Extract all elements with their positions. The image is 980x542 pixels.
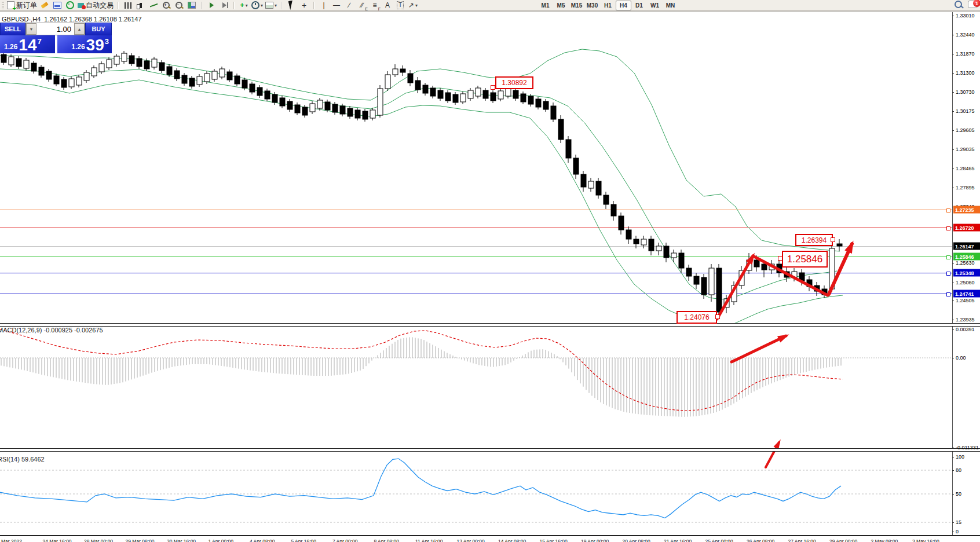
chevron-down-icon: ▼ <box>30 27 34 31</box>
annotation-anchor[interactable] <box>831 237 835 242</box>
price-axis-tick <box>952 263 954 263</box>
annotation-anchor[interactable] <box>491 85 495 90</box>
price-annotation[interactable]: 1.25846 <box>782 251 828 268</box>
panel-separator[interactable] <box>0 323 980 327</box>
price-badge: 1.25348 <box>953 269 980 277</box>
price-axis-tick <box>952 73 954 74</box>
bid-quote[interactable]: 1.26 14 7 <box>0 35 55 53</box>
line-chart-icon <box>150 2 158 8</box>
label-button[interactable]: T <box>394 1 406 10</box>
price-annotation[interactable]: 1.24076 <box>677 311 717 324</box>
time-axis-label: 25 Apr 00:00 <box>705 539 733 542</box>
time-axis-label: 27 Apr 16:00 <box>788 539 816 542</box>
price-annotation[interactable]: 1.26394 <box>795 234 833 246</box>
cursor-button[interactable] <box>286 1 297 10</box>
chevron-up-icon: ▲ <box>78 27 82 31</box>
time-axis-label: 28 Mar 00:00 <box>84 539 113 542</box>
timeframe-m5[interactable]: M5 <box>553 1 569 10</box>
rsi-axis-label: 100 <box>956 454 964 460</box>
volume-decrease-button[interactable]: ▼ <box>26 23 36 35</box>
time-axis-label: 13 Apr 00:00 <box>457 539 485 542</box>
bollinger-upper <box>0 49 840 251</box>
macd-label: MACD(12,26,9) -0.000925 -0.002675 <box>0 327 103 334</box>
candlesticks <box>1 51 842 315</box>
price-badge: 1.24741 <box>953 290 980 298</box>
price-annotation[interactable]: 1.30892 <box>495 76 533 89</box>
zoom-out-icon: − <box>175 2 182 9</box>
chart-area[interactable]: GBPUSD-,H4 1.26162 1.26368 1.26108 1.261… <box>0 12 980 542</box>
timeframe-w1[interactable]: W1 <box>647 1 663 10</box>
macd-axis-label: 0.00391 <box>956 327 975 332</box>
bar-chart-button[interactable] <box>122 1 134 10</box>
chart-shift-button[interactable] <box>218 1 230 10</box>
line-end-marker[interactable] <box>946 292 950 296</box>
annotation-anchor[interactable] <box>715 314 720 319</box>
vertical-line-button[interactable]: | <box>318 1 330 10</box>
ask-quote[interactable]: 1.26 39 3 <box>57 35 112 53</box>
trend-arrow[interactable] <box>766 440 781 467</box>
line-end-marker[interactable] <box>946 208 950 213</box>
timeframe-d1[interactable]: D1 <box>631 1 647 10</box>
text-button[interactable]: A <box>382 1 393 10</box>
zoom-in-button[interactable]: + <box>160 1 172 10</box>
indicators-button[interactable]: +▾ <box>238 1 250 10</box>
bid-pips: 14 <box>19 36 36 53</box>
chat-icon[interactable]: 1 <box>968 1 978 8</box>
templates-button[interactable]: ▾ <box>265 1 277 10</box>
price-axis-tick <box>952 320 954 320</box>
rsi-axis-tick <box>952 494 954 495</box>
autotrade-button[interactable]: 自动交易 <box>77 1 114 10</box>
line-chart-button[interactable] <box>148 1 159 10</box>
channel-button[interactable]: ∕∕E <box>356 1 368 10</box>
toolbar-separator <box>233 2 235 9</box>
sound-icon <box>66 1 74 9</box>
rsi-axis-tick <box>952 522 954 523</box>
line-end-marker[interactable] <box>946 255 950 259</box>
sell-button[interactable]: SELL <box>0 23 25 35</box>
toolbar-grip[interactable] <box>2 2 4 9</box>
timeframe-h1[interactable]: H1 <box>600 1 616 10</box>
annotation-anchor[interactable] <box>778 256 782 261</box>
new-order-button[interactable]: 新订单 <box>6 1 38 10</box>
chart-canvas[interactable] <box>0 12 980 542</box>
timeframe-m1[interactable]: M1 <box>537 1 553 10</box>
trend-arrow[interactable] <box>717 253 755 319</box>
zoom-out-button[interactable]: − <box>173 1 185 10</box>
timeframe-m30[interactable]: M30 <box>584 1 600 10</box>
sound-button[interactable] <box>64 1 76 10</box>
timeframe-mn[interactable]: MN <box>663 1 678 10</box>
line-end-marker[interactable] <box>946 226 950 230</box>
search-icon[interactable] <box>955 1 962 8</box>
price-axis-label: 1.28465 <box>956 166 975 171</box>
line-end-marker[interactable] <box>946 272 950 276</box>
candle-chart-button[interactable] <box>135 1 147 10</box>
timeframe-h4[interactable]: H4 <box>616 1 631 10</box>
ask-prefix: 1.26 <box>71 43 85 51</box>
chart-window-button[interactable] <box>52 1 63 10</box>
price-axis-label: 1.23935 <box>956 317 975 323</box>
price-axis-label: 1.30730 <box>956 89 975 95</box>
toolbar-separator <box>201 2 202 9</box>
trendline-button[interactable]: ∕ <box>343 1 355 10</box>
volume-increase-button[interactable]: ▲ <box>74 23 85 35</box>
timeframe-m15[interactable]: M15 <box>569 1 584 10</box>
arrows-button[interactable]: ↗▾ <box>407 1 419 10</box>
price-axis-tick <box>952 92 954 93</box>
periods-button[interactable]: ▾ <box>251 1 264 10</box>
panel-separator[interactable] <box>0 448 980 452</box>
volume-value[interactable]: 1.00 <box>36 23 74 35</box>
auto-scroll-icon <box>210 2 214 8</box>
time-axis-label: 19 Apr 00:00 <box>581 539 609 542</box>
crosshair-button[interactable]: + <box>298 1 310 10</box>
crayon-button[interactable] <box>39 1 50 10</box>
tile-windows-button[interactable] <box>186 1 198 10</box>
toolbar: 新订单 自动交易 + − +▾ ▾ ▾ + | — ∕ ∕∕E ≡F A T ↗… <box>0 0 980 11</box>
trendline-icon: ∕ <box>349 2 350 9</box>
buy-button[interactable]: BUY <box>85 23 112 35</box>
notification-badge[interactable]: 1 <box>973 0 980 7</box>
fibonacci-button[interactable]: ≡F <box>369 1 381 10</box>
time-axis-label: 29 Mar 08:00 <box>126 539 155 542</box>
auto-scroll-button[interactable] <box>206 1 217 10</box>
macd-axis-tick <box>952 329 954 330</box>
horizontal-line-button[interactable]: — <box>331 1 342 10</box>
